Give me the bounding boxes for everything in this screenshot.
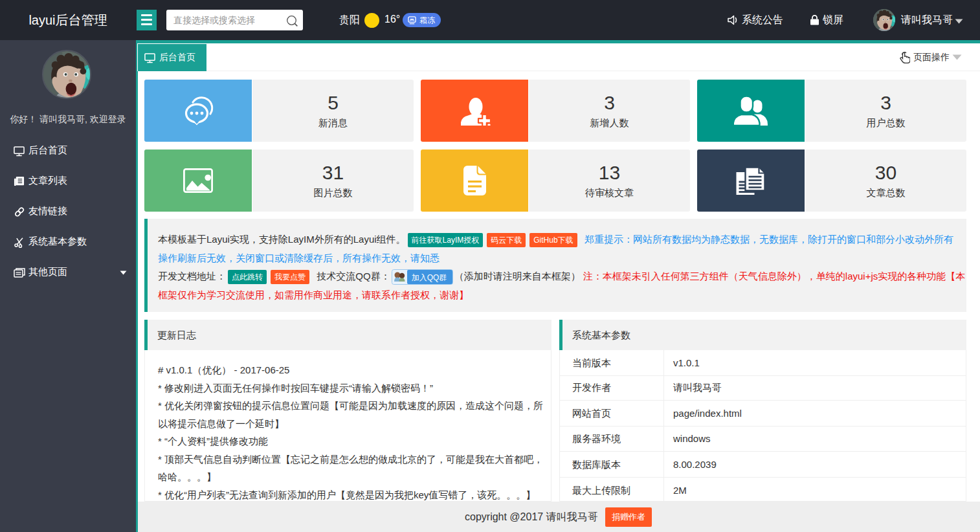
svg-text:加入QQ群: 加入QQ群 [411, 273, 447, 282]
